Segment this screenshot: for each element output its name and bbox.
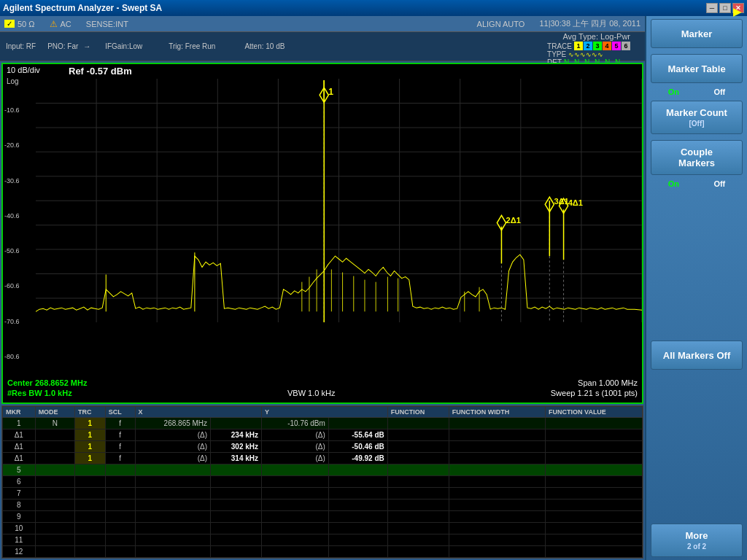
ifgain-label: IFGain:Low xyxy=(105,42,142,50)
table-cell xyxy=(35,464,74,476)
table-cell xyxy=(449,418,545,429)
table-cell: -49.92 dB xyxy=(328,453,387,464)
table-cell xyxy=(387,546,449,558)
table-cell xyxy=(105,523,135,534)
table-cell: 1 xyxy=(3,418,36,429)
col-y: Y xyxy=(262,407,388,418)
col-x: X xyxy=(135,407,262,418)
table-cell xyxy=(546,476,643,488)
marker-table-button[interactable]: Marker Table xyxy=(651,54,743,83)
align-auto-label: ALIGN AUTO xyxy=(477,20,525,28)
table-row[interactable]: 11 xyxy=(3,534,643,546)
table-cell: -55.64 dB xyxy=(328,429,387,441)
table-cell xyxy=(135,546,211,558)
table-row[interactable]: 5 xyxy=(3,464,643,476)
trace-numbers: Avg Type: Log-Pwr TRACE 1 2 3 4 5 6 TYPE… xyxy=(547,32,630,66)
couple-on-btn[interactable]: On xyxy=(668,179,679,188)
svg-text:4Δ1: 4Δ1 xyxy=(568,198,583,207)
chart-svg: 1 2Δ1 3Δ1 xyxy=(36,79,642,322)
status-bar: ✓ 50 Ω ⚠ AC SENSE:INT ALIGN AUTO 11|30:3… xyxy=(0,16,645,32)
table-cell xyxy=(328,464,387,476)
col-func: FUNCTION xyxy=(387,407,449,418)
table-cell xyxy=(35,523,74,534)
table-cell xyxy=(105,464,135,476)
table-cell xyxy=(328,511,387,523)
table-row[interactable]: 6 xyxy=(3,476,643,488)
y-label-6: -60.6 xyxy=(4,282,34,289)
chart-y-labels: -10.6 -20.6 -30.6 -40.6 -50.6 -60.6 -70.… xyxy=(3,79,36,402)
table-cell: Δ1 xyxy=(3,441,36,453)
table-cell: f xyxy=(105,453,135,464)
table-cell: f xyxy=(105,418,135,429)
warning-icon: ⚠ xyxy=(50,19,58,29)
all-markers-off-label: All Markers Off xyxy=(663,350,730,361)
datetime-label: 11|30:38 上午 四月 08, 2011 xyxy=(539,18,640,29)
table-cell xyxy=(387,476,449,488)
table-cell xyxy=(546,464,643,476)
all-markers-off-button[interactable]: All Markers Off xyxy=(651,341,743,370)
table-cell xyxy=(35,546,74,558)
table-cell xyxy=(387,488,449,499)
span-label: Span 1.000 MHz xyxy=(578,378,638,387)
table-cell xyxy=(35,441,74,453)
table-cell xyxy=(105,476,135,488)
table-row[interactable]: 1N1f268.865 MHz-10.76 dBm xyxy=(3,418,643,429)
y-label-5: -50.6 xyxy=(4,247,34,254)
couple-markers-button[interactable]: Couple Markers xyxy=(651,140,743,175)
table-cell xyxy=(105,499,135,511)
table-cell xyxy=(135,499,211,511)
table-cell xyxy=(105,534,135,546)
table-row[interactable]: Δ11f(Δ)314 kHz(Δ)-49.92 dB xyxy=(3,453,643,464)
table-cell xyxy=(546,453,643,464)
couple-off-btn[interactable]: Off xyxy=(713,179,725,188)
trace-5: 5 xyxy=(612,42,621,50)
table-row[interactable]: 12 xyxy=(3,546,643,558)
col-mode: MODE xyxy=(35,407,74,418)
table-cell xyxy=(75,534,106,546)
col-trc: TRC xyxy=(75,407,106,418)
table-row[interactable]: 8 xyxy=(3,499,643,511)
table-row[interactable]: 7 xyxy=(3,488,643,499)
trace-2: 2 xyxy=(584,42,592,50)
svg-text:2Δ1: 2Δ1 xyxy=(506,216,521,225)
col-scl: SCL xyxy=(105,407,135,418)
ac-label: AC xyxy=(61,20,71,28)
table-cell xyxy=(328,523,387,534)
table-cell xyxy=(449,523,545,534)
y-label-3: -30.6 xyxy=(4,177,34,184)
y-label-4: -40.6 xyxy=(4,212,34,219)
table-cell: (Δ) xyxy=(135,429,211,441)
restore-button[interactable]: □ xyxy=(719,3,731,13)
main-container: ✓ 50 Ω ⚠ AC SENSE:INT ALIGN AUTO 11|30:3… xyxy=(0,16,747,560)
table-cell xyxy=(75,476,106,488)
table-cell xyxy=(211,523,262,534)
marker-table-on-btn[interactable]: On xyxy=(668,88,679,96)
table-cell xyxy=(387,499,449,511)
table-cell xyxy=(449,429,545,441)
table-cell xyxy=(449,499,545,511)
marker-table: MKR MODE TRC SCL X Y FUNCTION FUNCTION W… xyxy=(2,406,643,558)
marker-button[interactable]: Marker xyxy=(651,19,743,48)
table-row[interactable]: 10 xyxy=(3,523,643,534)
table-row[interactable]: Δ11f(Δ)302 kHz(Δ)-50.46 dB xyxy=(3,441,643,453)
more-button[interactable]: More 2 of 2 xyxy=(651,524,743,557)
table-cell: 11 xyxy=(3,534,36,546)
table-cell xyxy=(135,534,211,546)
table-row[interactable]: Δ11f(Δ)234 kHz(Δ)-55.64 dB xyxy=(3,429,643,441)
marker-count-arrow: ▶ xyxy=(733,6,741,18)
table-cell xyxy=(211,499,262,511)
chart-area-wrapper: 10 dB/div Ref -0.57 dBm Log -10.6 -20.6 … xyxy=(0,61,645,560)
table-cell xyxy=(328,488,387,499)
avg-type-label: Avg Type: Log-Pwr xyxy=(547,32,630,41)
table-row[interactable]: 9 xyxy=(3,511,643,523)
table-cell xyxy=(328,534,387,546)
marker-table-off-btn[interactable]: Off xyxy=(713,88,725,96)
marker-count-button[interactable]: Marker Count ▶ [Off] xyxy=(651,101,743,134)
table-cell xyxy=(105,488,135,499)
table-cell: (Δ) xyxy=(262,441,329,453)
trace-6: 6 xyxy=(622,42,630,50)
table-cell xyxy=(135,488,211,499)
marker-count-sub-label: [Off] xyxy=(689,120,704,128)
table-cell xyxy=(35,429,74,441)
minimize-button[interactable]: ─ xyxy=(706,3,718,13)
